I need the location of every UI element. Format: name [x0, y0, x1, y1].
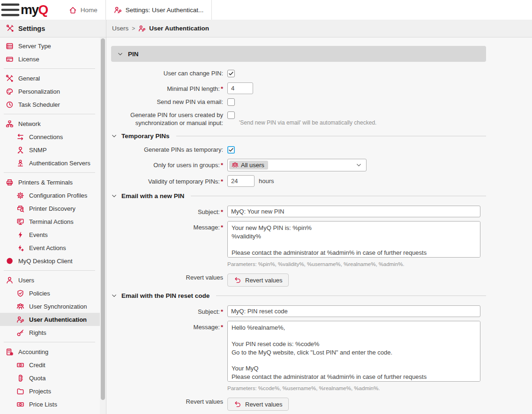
form-row: Send new PIN via email:	[111, 98, 486, 106]
sidebar-item-users[interactable]: Users	[0, 274, 100, 287]
parameters-hint: Parameters: %pin%, %validity%, %username…	[227, 261, 405, 268]
tab-home-label: Home	[81, 7, 97, 14]
sidebar-divider	[4, 114, 95, 114]
sidebar-item-policies[interactable]: Policies	[0, 287, 100, 300]
sidebar-item-general[interactable]: General	[0, 72, 100, 85]
section-title: Email with a new PIN	[121, 192, 184, 200]
user-can-change-pin-checkbox[interactable]	[227, 70, 235, 77]
sidebar-item-connections[interactable]: Connections	[0, 130, 100, 143]
field-label-text: Subject:	[198, 308, 220, 315]
banknote-icon	[16, 400, 24, 408]
tab-home[interactable]: Home	[61, 0, 105, 20]
generate-pins-as-temporary-checkbox[interactable]	[227, 146, 235, 154]
sidebar-item-server-type[interactable]: Server Type	[0, 39, 100, 52]
sidebar-item-label: Network	[18, 120, 41, 127]
sidebar-item-label: Terminal Actions	[29, 218, 74, 225]
shield-check-icon	[16, 289, 24, 297]
sidebar-item-label: Credit	[29, 362, 45, 369]
printer-icon	[6, 178, 14, 186]
validity-of-temporary-pins-input[interactable]	[227, 175, 255, 187]
sidebar-item-personalization[interactable]: Personalization	[0, 85, 100, 98]
sidebar-item-rights[interactable]: Rights	[0, 326, 100, 339]
section-title: Email with the PIN reset code	[121, 292, 210, 299]
svg-text:Q: Q	[8, 259, 11, 263]
sidebar-item-printers-terminals[interactable]: Printers & Terminals	[0, 176, 100, 189]
form-row: Revert valuesRevert values	[111, 274, 486, 287]
section-rule	[176, 136, 486, 136]
only-for-users-in-groups-select[interactable]: All users	[227, 159, 367, 171]
field-label-text: Only for users in groups:	[153, 162, 220, 169]
generate-pin-for-users-created-by-synchronization-or-manual-input-checkbox[interactable]	[227, 111, 235, 119]
send-new-pin-via-email-checkbox[interactable]	[227, 98, 235, 106]
sidebar-item-authentication-servers[interactable]: Authentication Servers	[0, 156, 100, 170]
minimal-pin-length-input[interactable]	[227, 82, 253, 94]
logo-text-black: my	[21, 2, 38, 17]
myq-settings-window: myQ Home Settings: User Authenticat... S…	[0, 0, 532, 414]
sidebar-item-task-scheduler[interactable]: Task Scheduler	[0, 98, 100, 111]
user-key-icon	[138, 25, 146, 32]
tools-icon	[6, 24, 14, 32]
sidebar-item-configuration-profiles[interactable]: Configuration Profiles	[0, 189, 100, 202]
message-textarea[interactable]: Your new MyQ PIN is: %pin% %validity% Pl…	[227, 221, 480, 258]
sidebar-item-label: Authentication Servers	[29, 160, 90, 167]
bolt-icon	[16, 231, 24, 239]
sidebar-item-printer-discovery[interactable]: Printer Discovery	[0, 202, 100, 215]
main-area: Server TypeLicenseGeneralPersonalization…	[0, 37, 532, 414]
menu-icon[interactable]	[0, 0, 21, 20]
sidebar-item-events[interactable]: Events	[0, 228, 100, 241]
license-icon	[6, 55, 14, 63]
section-title: Temporary PINs	[121, 133, 170, 140]
breadcrumb-users-link[interactable]: Users	[112, 25, 128, 32]
subject-input[interactable]	[227, 305, 480, 317]
sidebar-item-price-lists[interactable]: Price Lists	[0, 398, 100, 411]
message-textarea[interactable]: Hello %realname%, Your PIN reset code is…	[227, 321, 480, 382]
scrollbar-thumb[interactable]	[101, 38, 105, 400]
sidebar-item-event-actions[interactable]: Event Actions	[0, 241, 100, 254]
sidebar-item-projects[interactable]: Projects	[0, 384, 100, 398]
sidebar-scrollbar[interactable]	[100, 37, 106, 414]
undo-icon	[234, 400, 241, 408]
subject-input[interactable]	[227, 206, 480, 217]
sidebar-item-license[interactable]: License	[0, 52, 100, 66]
field-label-text: Send new PIN via email:	[157, 98, 223, 105]
sidebar-item-credit[interactable]: Credit	[0, 358, 100, 371]
sidebar-item-accounting[interactable]: Accounting	[0, 345, 100, 358]
group-icon	[232, 162, 239, 169]
sidebar-item-snmp[interactable]: SNMP	[0, 143, 100, 156]
section-rule	[191, 196, 486, 196]
tools-icon	[6, 74, 14, 82]
tab-settings-user-authentication[interactable]: Settings: User Authenticat...	[105, 0, 212, 20]
myq-logo[interactable]: myQ	[21, 0, 61, 20]
sidebar-item-quota[interactable]: Quota	[0, 371, 100, 384]
revert-values-button[interactable]: Revert values	[227, 274, 289, 287]
field-label-text: Revert values	[186, 274, 223, 281]
sidebar-item-label: User Synchronization	[29, 303, 87, 310]
section-header-email-pin-reset[interactable]: Email with the PIN reset code	[111, 292, 486, 299]
required-marker: *	[221, 308, 223, 315]
user-key-icon	[16, 316, 24, 324]
gear-icon	[16, 192, 24, 200]
form-row: Parameters: %code%, %username%, %realnam…	[111, 384, 486, 393]
sidebar-item-myq-desktop-client[interactable]: QMyQ Desktop Client	[0, 254, 100, 267]
sidebar-item-terminal-actions[interactable]: Terminal Actions	[0, 215, 100, 228]
bolt-arrow-icon	[16, 244, 24, 252]
sidebar-item-user-synchronization[interactable]: User Synchronization	[0, 300, 100, 313]
section-header-pin[interactable]: PIN	[111, 46, 486, 62]
sidebar-divider	[4, 172, 95, 173]
field-label: Revert values	[111, 398, 227, 406]
printer-search-icon	[16, 205, 24, 213]
sidebar-item-label: Policies	[29, 290, 50, 297]
field-label: Only for users in groups:*	[111, 159, 227, 169]
sidebar-item-network[interactable]: Network	[0, 117, 100, 130]
parameters-hint: Parameters: %code%, %username%, %realnam…	[227, 385, 380, 392]
revert-values-button[interactable]: Revert values	[227, 398, 289, 411]
form-row: Parameters: %pin%, %validity%, %username…	[111, 260, 486, 269]
form-row: Message:*Hello %realname%, Your PIN rese…	[111, 321, 486, 382]
section-header-temporary-pins[interactable]: Temporary PINs	[111, 133, 486, 140]
sidebar-divider	[4, 68, 95, 69]
sidebar-item-user-authentication[interactable]: User Authentication	[0, 313, 100, 326]
field-label: Subject:*	[111, 305, 227, 316]
section-header-email-new-pin[interactable]: Email with a new PIN	[111, 192, 486, 200]
form-row: Subject:*	[111, 206, 486, 217]
field-label: Send new PIN via email:	[111, 98, 227, 106]
